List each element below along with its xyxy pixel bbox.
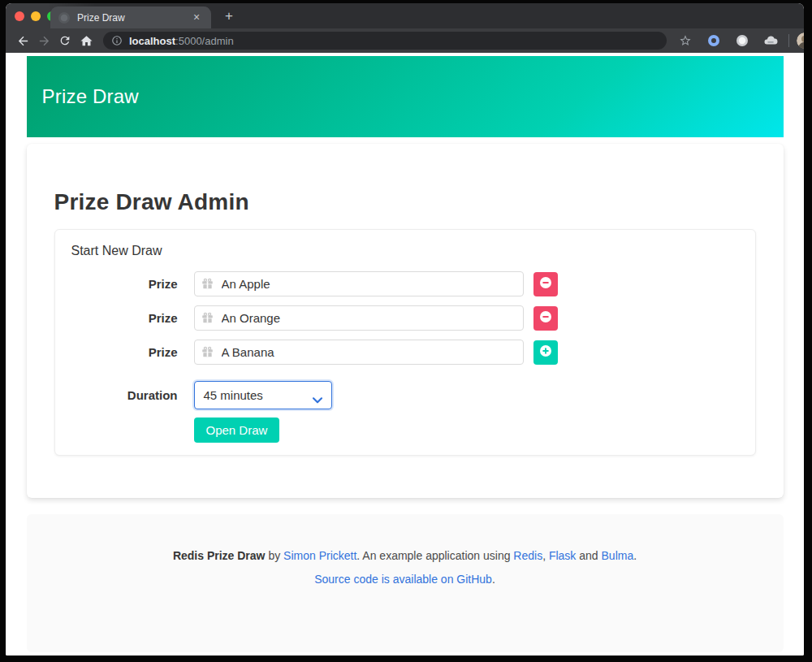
bookmark-star-icon[interactable] xyxy=(675,31,696,50)
page-title: Prize Draw Admin xyxy=(54,189,756,215)
footer-text: by xyxy=(266,549,284,562)
footer-credit-line: Redis Prize Draw by Simon Prickett. An e… xyxy=(27,549,784,562)
duration-row: Duration 45 minutes xyxy=(71,381,739,409)
prize-input-wrap xyxy=(194,340,524,365)
footer-source-line: Source code is available on GitHub. xyxy=(27,573,784,586)
duration-selected-value: 45 minutes xyxy=(195,388,263,402)
footer-link[interactable]: Bulma xyxy=(602,549,634,562)
footer-link[interactable]: Redis xyxy=(513,549,542,562)
footer-text: , xyxy=(542,549,549,562)
footer-link[interactable]: Simon Prickett xyxy=(283,549,356,562)
footer-app-name: Redis Prize Draw xyxy=(173,549,266,562)
footer-text: . An example application using xyxy=(356,549,513,562)
footer-text: . xyxy=(492,573,495,586)
toolbar-right xyxy=(675,31,804,50)
duration-label: Duration xyxy=(71,388,178,402)
footer-text: . xyxy=(633,549,637,562)
screenshot-root: { "browser": { "tab_title": "Prize Draw"… xyxy=(0,0,812,662)
site-info-icon[interactable] xyxy=(111,35,123,46)
url-path: :5000/admin xyxy=(175,35,234,47)
card-content: Prize xyxy=(55,258,755,455)
forward-icon[interactable] xyxy=(33,31,54,50)
minus-circle-icon xyxy=(539,276,552,292)
prize-input-wrap xyxy=(194,271,524,296)
prize-row: Prize xyxy=(71,340,739,365)
remove-prize-button[interactable] xyxy=(533,306,558,331)
reload-icon[interactable] xyxy=(54,31,76,50)
prize-label: Prize xyxy=(71,277,178,291)
toolbar-separator xyxy=(788,34,789,47)
home-icon[interactable] xyxy=(76,31,97,50)
hero-banner: Prize Draw xyxy=(27,56,784,137)
browser-tab[interactable]: Prize Draw × xyxy=(50,6,211,28)
add-prize-button[interactable] xyxy=(533,340,558,365)
close-window-button[interactable] xyxy=(15,11,24,21)
open-draw-button[interactable]: Open Draw xyxy=(194,418,280,443)
profile-avatar[interactable] xyxy=(797,32,804,49)
back-icon[interactable] xyxy=(12,31,33,50)
prize-input[interactable] xyxy=(194,271,524,296)
prize-label: Prize xyxy=(71,345,178,359)
card-header-title: Start New Draw xyxy=(55,230,755,258)
main-content-box: Prize Draw Admin Start New Draw Prize xyxy=(27,144,784,498)
prize-input-wrap xyxy=(194,305,524,331)
hero-title: Prize Draw xyxy=(27,85,139,108)
extension-cloud-icon[interactable] xyxy=(760,31,781,50)
footer-link[interactable]: Source code is available on GitHub xyxy=(314,573,492,586)
extension-donut-icon[interactable] xyxy=(703,31,724,50)
prize-row: Prize xyxy=(71,305,739,331)
page-viewport: Prize Draw Prize Draw Admin Start New Dr… xyxy=(6,53,804,656)
plus-circle-icon xyxy=(539,344,552,360)
submit-row: Open Draw xyxy=(71,418,739,443)
footer-text: and xyxy=(576,549,601,562)
chevron-down-icon xyxy=(313,392,322,407)
tab-close-icon[interactable]: × xyxy=(190,11,203,24)
minimize-window-button[interactable] xyxy=(31,11,41,21)
minus-circle-icon xyxy=(539,310,552,326)
address-bar[interactable]: localhost:5000/admin xyxy=(103,32,667,50)
page-footer: Redis Prize Draw by Simon Prickett. An e… xyxy=(27,514,784,652)
duration-select[interactable]: 45 minutes xyxy=(194,381,332,409)
prize-row: Prize xyxy=(71,271,739,296)
footer-link[interactable]: Flask xyxy=(549,549,576,562)
prize-input[interactable] xyxy=(194,305,524,331)
tab-favicon-icon xyxy=(58,12,70,24)
tab-strip: Prize Draw × + xyxy=(6,3,804,28)
remove-prize-button[interactable] xyxy=(533,272,558,296)
tab-title: Prize Draw xyxy=(77,12,190,24)
url-host: localhost xyxy=(129,35,175,47)
start-new-draw-card: Start New Draw Prize xyxy=(54,229,756,456)
extension-circle-icon[interactable] xyxy=(732,31,753,50)
new-tab-button[interactable]: + xyxy=(222,9,236,24)
prize-input[interactable] xyxy=(194,340,524,365)
prize-label: Prize xyxy=(71,311,178,325)
browser-window: Prize Draw × + localhost:5000/admin xyxy=(6,3,804,656)
browser-toolbar: localhost:5000/admin xyxy=(6,28,804,53)
